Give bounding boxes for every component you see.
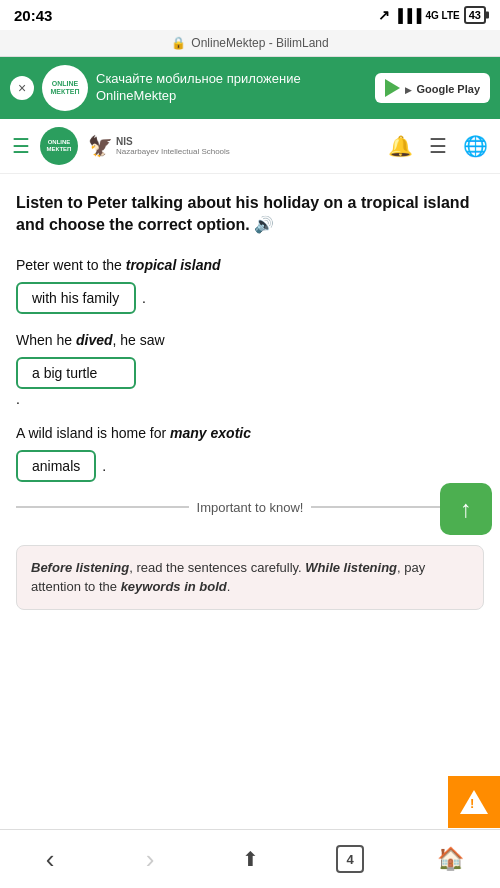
main-content: Listen to Peter talking about his holida… bbox=[0, 174, 500, 626]
banner-text: Скачайте мобильное приложение OnlineMekt… bbox=[96, 71, 367, 105]
q3-answer-row: animals . bbox=[16, 450, 484, 482]
tip-bold3: keywords in bold bbox=[121, 579, 227, 594]
nav-logo: ONLINE МЕКТЕП bbox=[40, 127, 78, 165]
menu-icon[interactable]: ☰ bbox=[12, 134, 30, 158]
home-button[interactable]: 🏠 bbox=[428, 840, 472, 878]
question-3-block: A wild island is home for many exotic an… bbox=[16, 423, 484, 482]
status-bar: 20:43 ↗ ▐▐▐ 4G LTE 43 bbox=[0, 0, 500, 30]
important-label: Important to know! bbox=[197, 500, 304, 515]
q1-answer-box[interactable]: with his family bbox=[16, 282, 136, 314]
back-button[interactable]: ‹ bbox=[28, 840, 72, 878]
home-icon: 🏠 bbox=[437, 846, 464, 872]
nis-logo: 🦅 NIS Nazarbayev Intellectual Schools bbox=[88, 134, 230, 158]
battery-level: 43 bbox=[469, 9, 481, 21]
question-2-text: When he dived, he saw bbox=[16, 330, 484, 351]
status-right: ↗ ▐▐▐ 4G LTE 43 bbox=[378, 6, 486, 24]
nav-logo-line2: МЕКТЕП bbox=[47, 146, 72, 153]
nis-bird-icon: 🦅 bbox=[88, 134, 113, 158]
tip-box: Before listening, read the sentences car… bbox=[16, 545, 484, 610]
q3-dot: . bbox=[102, 458, 106, 474]
list-icon[interactable]: ☰ bbox=[429, 134, 447, 158]
browser-bar: 🔒 OnlineMektep - BilimLand bbox=[0, 30, 500, 57]
battery-indicator: 43 bbox=[464, 6, 486, 24]
signal-arrow-icon: ↗ bbox=[378, 7, 390, 23]
instruction-block: Listen to Peter talking about his holida… bbox=[16, 192, 484, 237]
tabs-badge: 4 bbox=[336, 845, 364, 873]
warning-exclaim-icon: ! bbox=[470, 796, 474, 811]
banner-logo-text-line2: МЕКТЕП bbox=[51, 88, 80, 96]
q1-before: Peter went to the bbox=[16, 257, 126, 273]
bottom-nav: ‹ › ⬆ 4 🏠 bbox=[0, 829, 500, 888]
q3-bold: many exotic bbox=[170, 425, 251, 441]
banner-logo: ONLINE МЕКТЕП bbox=[42, 65, 88, 111]
google-play-label: ▶ Google Play bbox=[405, 79, 480, 97]
nav-icons: 🔔 ☰ 🌐 bbox=[388, 134, 488, 158]
banner-logo-text-line1: ONLINE bbox=[52, 80, 78, 88]
q2-answer-row: a big turtle bbox=[16, 357, 484, 389]
play-triangle-icon bbox=[385, 79, 400, 97]
banner-close-button[interactable]: × bbox=[10, 76, 34, 100]
q1-dot: . bbox=[142, 290, 146, 306]
warning-button[interactable]: ! bbox=[448, 776, 500, 828]
google-play-button[interactable]: ▶ Google Play bbox=[375, 73, 490, 103]
q3-before: A wild island is home for bbox=[16, 425, 170, 441]
time: 20:43 bbox=[14, 7, 52, 24]
question-1-text: Peter went to the tropical island bbox=[16, 255, 484, 276]
forward-icon: › bbox=[146, 844, 155, 875]
nav-bar: ☰ ONLINE МЕКТЕП 🦅 NIS Nazarbayev Intelle… bbox=[0, 119, 500, 174]
q1-answer-row: with his family . bbox=[16, 282, 484, 314]
important-section: Important to know! ↑ bbox=[16, 500, 484, 515]
q2-answer-box[interactable]: a big turtle bbox=[16, 357, 136, 389]
share-button[interactable]: ⬆ bbox=[228, 840, 272, 878]
tip-text1: , read the sentences carefully. bbox=[129, 560, 305, 575]
important-line-left bbox=[16, 506, 189, 508]
tip-bold1: Before listening bbox=[31, 560, 129, 575]
tip-bold2: While listening bbox=[305, 560, 397, 575]
lock-icon: 🔒 bbox=[171, 36, 186, 50]
q2-after: , he saw bbox=[113, 332, 165, 348]
close-icon: × bbox=[18, 80, 26, 96]
app-banner: × ONLINE МЕКТЕП Скачайте мобильное прило… bbox=[0, 57, 500, 119]
q3-answer-box[interactable]: animals bbox=[16, 450, 96, 482]
question-3-text: A wild island is home for many exotic bbox=[16, 423, 484, 444]
scroll-up-button[interactable]: ↑ bbox=[440, 483, 492, 535]
signal-bars-icon: ▐▐▐ bbox=[394, 8, 422, 23]
q2-bold: dived bbox=[76, 332, 113, 348]
q2-before: When he bbox=[16, 332, 76, 348]
nis-sublabel: Nazarbayev Intellectual Schools bbox=[116, 147, 230, 156]
nav-logo-line1: ONLINE bbox=[48, 139, 71, 146]
tabs-button[interactable]: 4 bbox=[328, 840, 372, 878]
q2-dot: . bbox=[16, 391, 484, 407]
scroll-up-arrow-icon: ↑ bbox=[460, 495, 472, 523]
forward-button[interactable]: › bbox=[128, 840, 172, 878]
tip-text3: . bbox=[227, 579, 231, 594]
warning-triangle-icon: ! bbox=[460, 790, 488, 814]
globe-icon[interactable]: 🌐 bbox=[463, 134, 488, 158]
4g-label: 4G LTE bbox=[425, 10, 459, 21]
back-icon: ‹ bbox=[46, 844, 55, 875]
bell-icon[interactable]: 🔔 bbox=[388, 134, 413, 158]
q1-bold: tropical island bbox=[126, 257, 221, 273]
audio-icon[interactable]: 🔊 bbox=[254, 216, 274, 233]
question-2-block: When he dived, he saw a big turtle . bbox=[16, 330, 484, 407]
nis-label: NIS bbox=[116, 136, 230, 147]
url-text: OnlineMektep - BilimLand bbox=[191, 36, 328, 50]
question-1-block: Peter went to the tropical island with h… bbox=[16, 255, 484, 314]
instruction-text: Listen to Peter talking about his holida… bbox=[16, 194, 469, 233]
share-icon: ⬆ bbox=[242, 847, 259, 871]
